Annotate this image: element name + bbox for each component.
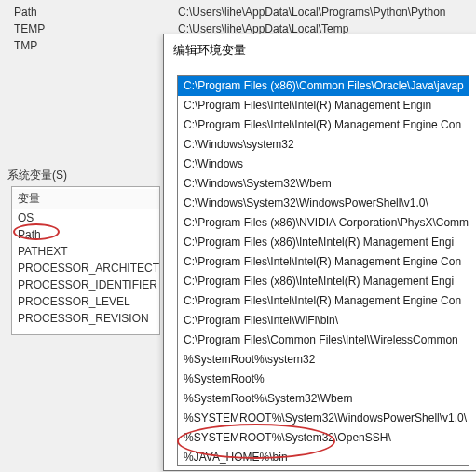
user-var-path-value: C:\Users\lihe\AppData\Local\Programs\Pyt… — [178, 4, 474, 20]
path-entry[interactable]: C:\Windows — [178, 155, 469, 174]
user-var-path-label: Path — [14, 6, 70, 19]
path-entry[interactable]: C:\Windows\System32\Wbem — [178, 174, 469, 194]
path-entry[interactable]: C:\Program Files\Intel\Intel(R) Manageme… — [178, 252, 469, 272]
path-entries-list[interactable]: C:\Program Files (x86)\Common Files\Orac… — [177, 75, 469, 466]
dialog-title: 编辑环境变量 — [164, 34, 476, 66]
system-vars-section-label: 系统变量(S) — [7, 168, 67, 183]
path-entry[interactable]: %SYSTEMROOT%\System32\WindowsPowerShell\… — [178, 409, 469, 428]
system-vars-header: 变量 — [12, 189, 159, 209]
path-entry[interactable]: C:\Program Files\Intel\Intel(R) Manageme… — [178, 115, 469, 135]
list-item[interactable]: PATHEXT — [12, 243, 159, 260]
path-entry[interactable]: C:\Program Files\Intel\Intel(R) Manageme… — [178, 291, 469, 311]
list-item[interactable]: PROCESSOR_LEVEL — [12, 293, 159, 310]
path-entry[interactable]: C:\Program Files\Common Files\Intel\Wire… — [178, 330, 469, 350]
system-vars-list[interactable]: 变量 OS Path PATHEXT PROCESSOR_ARCHITECT P… — [11, 186, 160, 335]
path-entry[interactable]: %SYSTEMROOT%\System32\OpenSSH\ — [178, 428, 469, 448]
path-entry[interactable]: C:\Program Files (x86)\Intel\Intel(R) Ma… — [178, 272, 469, 291]
path-entry[interactable]: %SystemRoot%\System32\Wbem — [178, 389, 469, 409]
path-entry[interactable]: C:\Program Files\Intel\WiFi\bin\ — [178, 311, 469, 330]
edit-env-var-dialog: 编辑环境变量 C:\Program Files (x86)\Common Fil… — [163, 34, 476, 471]
path-entry[interactable]: C:\Program Files\Intel\Intel(R) Manageme… — [178, 96, 469, 115]
list-item[interactable]: OS — [12, 209, 159, 226]
path-entry[interactable]: C:\Windows\system32 — [178, 135, 469, 155]
list-item[interactable]: Path — [12, 226, 159, 243]
user-var-tmp-label: TMP — [14, 39, 70, 52]
path-entry[interactable]: C:\Program Files (x86)\Intel\Intel(R) Ma… — [178, 233, 469, 252]
path-entry[interactable]: C:\Program Files (x86)\NVIDIA Corporatio… — [178, 213, 469, 233]
list-item[interactable]: PROCESSOR_REVISION — [12, 310, 159, 327]
user-var-temp-label: TEMP — [14, 22, 70, 35]
path-entry[interactable]: %JAVA_HOME%\bin — [178, 448, 469, 466]
path-entry[interactable]: C:\Program Files (x86)\Common Files\Orac… — [178, 76, 469, 96]
path-entry[interactable]: %SystemRoot% — [178, 370, 469, 389]
env-vars-back-panel: Path TEMP TMP 系统变量(S) 变量 OS Path PATHEXT… — [0, 0, 168, 472]
path-entry[interactable]: C:\Windows\System32\WindowsPowerShell\v1… — [178, 194, 469, 213]
path-entry[interactable]: %SystemRoot%\system32 — [178, 350, 469, 370]
list-item[interactable]: PROCESSOR_ARCHITECT — [12, 260, 159, 276]
list-item[interactable]: PROCESSOR_IDENTIFIER — [12, 276, 159, 293]
